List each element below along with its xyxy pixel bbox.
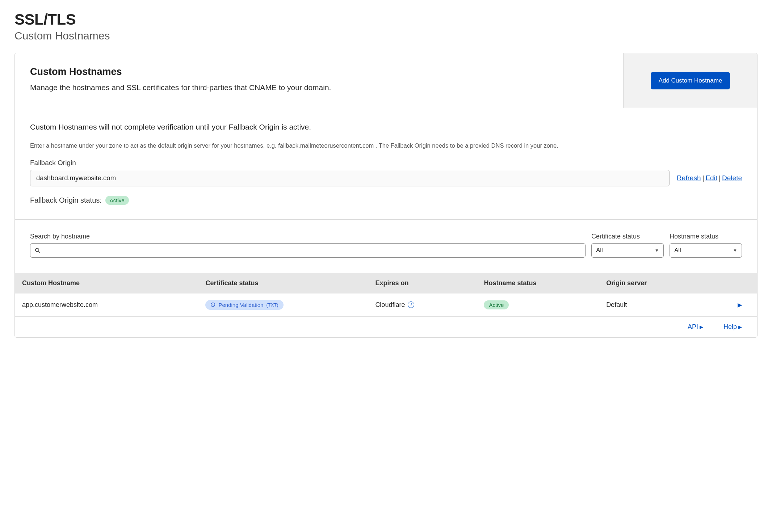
fallback-help: Enter a hostname under your zone to act … [30, 142, 742, 150]
search-label: Search by hostname [30, 233, 586, 240]
certificate-status-value: All [596, 247, 603, 254]
expand-row-button[interactable]: ▶ [722, 301, 742, 308]
fallback-origin-label: Fallback Origin [30, 159, 742, 167]
fallback-actions: Refresh|Edit|Delete [677, 174, 742, 182]
api-link-label: API [688, 323, 698, 331]
section-title: Custom Hostnames [30, 66, 608, 77]
pending-validation-badge: Pending Validation (TXT) [205, 300, 283, 310]
fallback-origin-section: Custom Hostnames will not complete verif… [15, 108, 757, 220]
badge-text: Pending Validation [218, 302, 263, 308]
page-subtitle: Custom Hostnames [14, 30, 758, 42]
cell-hostname: app.customerwebsite.com [22, 301, 205, 309]
fallback-warning: Custom Hostnames will not complete verif… [30, 123, 742, 131]
add-custom-hostname-button[interactable]: Add Custom Hostname [651, 72, 730, 89]
chevron-right-icon: ▶ [738, 324, 742, 330]
cell-origin: Default [606, 301, 722, 309]
search-input-wrap[interactable] [30, 243, 586, 258]
refresh-link[interactable]: Refresh [677, 174, 701, 182]
col-expires: Expires on [375, 279, 484, 287]
svg-line-1 [38, 251, 40, 253]
fallback-status-label: Fallback Origin status: [30, 196, 102, 204]
search-input[interactable] [44, 247, 581, 254]
table-row[interactable]: app.customerwebsite.com Pending Validati… [15, 294, 757, 317]
fallback-status-badge: Active [105, 196, 129, 205]
hostname-status-label: Hostname status [670, 233, 742, 240]
section-description: Manage the hostnames and SSL certificate… [30, 83, 608, 92]
certificate-status-select[interactable]: All ▼ [591, 243, 664, 258]
cell-expires: Cloudflare [375, 301, 405, 309]
col-origin: Origin server [606, 279, 722, 287]
col-cert-status: Certificate status [205, 279, 375, 287]
chevron-right-icon: ▶ [700, 324, 703, 330]
hostname-status-badge: Active [484, 300, 509, 309]
svg-point-0 [35, 248, 39, 252]
help-link-label: Help [723, 323, 737, 331]
api-link[interactable]: API ▶ [688, 323, 703, 331]
certificate-status-label: Certificate status [591, 233, 664, 240]
card-header: Custom Hostnames Manage the hostnames an… [15, 53, 757, 108]
help-link[interactable]: Help ▶ [723, 323, 742, 331]
card-footer: API ▶ Help ▶ [15, 317, 757, 337]
badge-suffix: (TXT) [266, 302, 278, 308]
custom-hostnames-card: Custom Hostnames Manage the hostnames an… [14, 53, 758, 338]
edit-link[interactable]: Edit [705, 174, 717, 182]
search-icon [35, 248, 41, 253]
col-host-status: Hostname status [484, 279, 606, 287]
hostname-status-select[interactable]: All ▼ [670, 243, 742, 258]
chevron-down-icon: ▼ [733, 248, 737, 253]
page-title: SSL/TLS [14, 11, 758, 28]
clock-icon [210, 302, 215, 307]
col-hostname: Custom Hostname [22, 279, 205, 287]
table-header: Custom Hostname Certificate status Expir… [15, 273, 757, 294]
filters-row: Search by hostname Certificate status Al… [15, 220, 757, 273]
hostname-status-value: All [674, 247, 681, 254]
fallback-origin-input[interactable] [30, 170, 670, 186]
info-icon[interactable]: i [408, 301, 414, 308]
chevron-down-icon: ▼ [655, 248, 659, 253]
chevron-right-icon: ▶ [738, 302, 742, 308]
delete-link[interactable]: Delete [722, 174, 742, 182]
